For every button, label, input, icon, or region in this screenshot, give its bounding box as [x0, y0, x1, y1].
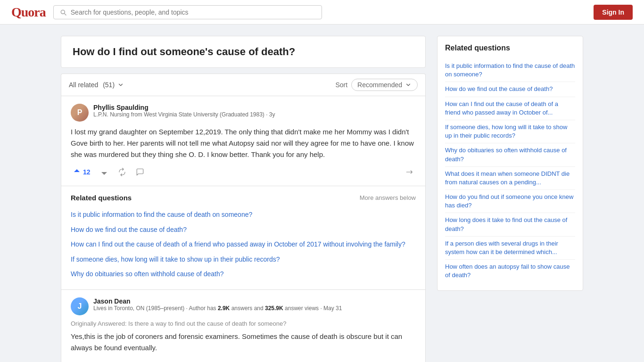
- sidebar-card: Related questions Is it public informati…: [437, 36, 583, 291]
- answer-header: P Phyllis Spaulding L.P.N. Nursing from …: [71, 104, 416, 122]
- author-cred: L.P.N. Nursing from West Virginia State …: [93, 111, 416, 118]
- related-link-5[interactable]: Why do obituaries so often withhold caus…: [71, 267, 416, 282]
- jason-cred-text: Lives in Toronto, ON (1985–present) · Au…: [93, 305, 218, 312]
- sidebar-link-1[interactable]: Is it public information to find the cau…: [445, 59, 575, 82]
- avatar-letter: P: [77, 108, 83, 117]
- sort-area: Sort Recommended: [335, 79, 418, 91]
- related-inline-title: Related questions: [71, 194, 132, 202]
- sort-selected: Recommended: [357, 81, 402, 89]
- all-related-label: All related: [69, 81, 98, 89]
- related-inline-header: Related questions More answers below: [71, 194, 416, 202]
- sidebar-link-6[interactable]: What does it mean when someone DIDNT die…: [445, 167, 575, 190]
- avatar-phyllis: P: [71, 104, 89, 122]
- main-layout: How do I find out someone's cause of dea…: [53, 36, 591, 362]
- comment-icon: [136, 168, 144, 176]
- sort-chevron-icon: [405, 82, 412, 88]
- answers-toolbar: All related (51) Sort Recommended: [61, 74, 426, 96]
- search-input[interactable]: [71, 8, 316, 16]
- sidebar: Related questions Is it public informati…: [437, 36, 583, 362]
- jason-cred-text2: answers and: [230, 305, 265, 312]
- sort-label: Sort: [335, 81, 347, 89]
- all-related-filter[interactable]: All related (51): [69, 81, 124, 89]
- jason-cred-text3: answer views · May 31: [283, 305, 342, 312]
- related-count: (51): [101, 81, 115, 89]
- upvote-count: 12: [83, 168, 91, 176]
- downvote-button[interactable]: [98, 166, 110, 178]
- jason-avatar-letter: J: [78, 302, 82, 311]
- question-title: How do I find out someone's cause of dea…: [73, 46, 414, 58]
- reshare-button[interactable]: [116, 166, 128, 178]
- share-icon: [405, 168, 414, 176]
- related-link-1[interactable]: Is it public information to find the cau…: [71, 207, 416, 222]
- more-answers-below: More answers below: [360, 194, 416, 201]
- reshare-icon: [118, 168, 126, 176]
- jason-views-count: 325.9K: [265, 305, 283, 312]
- answer-card-jason: J Jason Dean Lives in Toronto, ON (1985–…: [61, 290, 426, 362]
- upvote-icon: [73, 168, 81, 176]
- answer-meta: Phyllis Spaulding L.P.N. Nursing from We…: [93, 104, 416, 118]
- sidebar-link-10[interactable]: How often does an autopsy fail to show c…: [445, 260, 575, 282]
- chevron-down-icon: [117, 82, 124, 88]
- search-bar[interactable]: [53, 5, 322, 19]
- jason-answer-header: J Jason Dean Lives in Toronto, ON (1985–…: [71, 297, 416, 315]
- upvote-button[interactable]: 12: [71, 166, 92, 178]
- search-icon: [59, 8, 67, 16]
- sign-in-button[interactable]: Sign In: [594, 5, 633, 20]
- downvote-icon: [100, 168, 108, 176]
- sidebar-title: Related questions: [445, 44, 575, 52]
- quora-logo: Quora: [11, 5, 46, 20]
- comment-button[interactable]: [134, 166, 146, 178]
- sidebar-link-8[interactable]: How long does it take to find out the ca…: [445, 213, 575, 236]
- sidebar-link-3[interactable]: How can I find out the cause of death of…: [445, 97, 575, 120]
- jason-answer-text: Yes,this is the job of coroners and fore…: [71, 331, 416, 354]
- sort-dropdown[interactable]: Recommended: [351, 79, 418, 91]
- jason-author-cred: Lives in Toronto, ON (1985–present) · Au…: [93, 305, 416, 312]
- related-link-3[interactable]: How can I find out the cause of death of…: [71, 237, 416, 252]
- related-link-4[interactable]: If someone dies, how long will it take t…: [71, 252, 416, 267]
- answer-card-phyllis: P Phyllis Spaulding L.P.N. Nursing from …: [61, 96, 426, 186]
- related-link-2[interactable]: How do we find out the cause of death?: [71, 222, 416, 238]
- jason-author-name[interactable]: Jason Dean: [93, 297, 416, 305]
- answer-actions: 12: [71, 166, 416, 178]
- sidebar-link-4[interactable]: If someone dies, how long will it take t…: [445, 120, 575, 143]
- main-column: How do I find out someone's cause of dea…: [61, 36, 426, 362]
- sidebar-link-5[interactable]: Why do obituaries so often withhold caus…: [445, 143, 575, 166]
- related-inline-card: Related questions More answers below Is …: [61, 186, 426, 290]
- author-name[interactable]: Phyllis Spaulding: [93, 104, 416, 111]
- question-title-card: How do I find out someone's cause of dea…: [61, 36, 426, 68]
- sidebar-link-2[interactable]: How do we find out the cause of death?: [445, 82, 575, 97]
- sidebar-link-9[interactable]: If a person dies with several drugs in t…: [445, 237, 575, 260]
- jason-answer-meta: Jason Dean Lives in Toronto, ON (1985–pr…: [93, 297, 416, 312]
- share-button[interactable]: [404, 166, 416, 178]
- sidebar-link-7[interactable]: How do you find out if someone you once …: [445, 190, 575, 213]
- header: Quora Sign In: [0, 0, 644, 25]
- avatar-jason: J: [71, 297, 89, 315]
- answer-text: I lost my grand daughter on September 12…: [71, 126, 416, 160]
- originally-answered: Originally Answered: Is there a way to f…: [71, 320, 416, 327]
- jason-answers-count: 2.9K: [218, 305, 230, 312]
